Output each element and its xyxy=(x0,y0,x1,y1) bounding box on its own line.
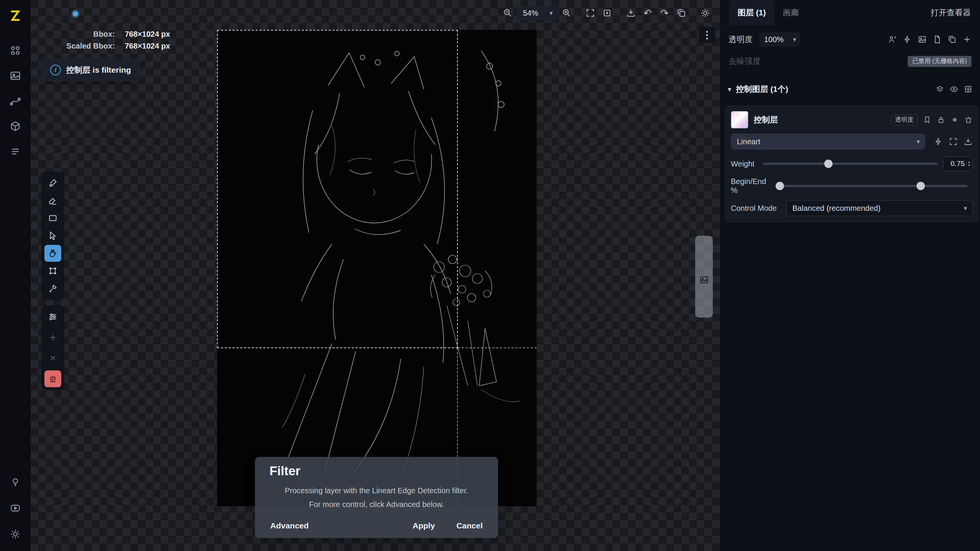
cancel-icon[interactable]: × xyxy=(44,350,61,367)
opacity-row: 透明度 100% ▾ xyxy=(720,28,980,51)
filter-dialog: Filter Processing layer with the Lineart… xyxy=(255,457,498,538)
filter-settings-icon[interactable] xyxy=(44,308,61,325)
tab-gallery[interactable]: 画廊 xyxy=(774,0,807,25)
begin-end-slider[interactable] xyxy=(777,185,967,187)
refilter-bolt-icon[interactable] xyxy=(934,137,943,146)
begin-knob[interactable] xyxy=(776,182,784,190)
control-layer-card[interactable]: 控制层 透明度 xyxy=(725,106,978,222)
control-model-select[interactable]: Lineart ▾ xyxy=(731,134,925,150)
nav-workflows-icon[interactable] xyxy=(6,92,24,110)
layer-name: 控制层 xyxy=(754,114,778,125)
begin-end-label: Begin/End % xyxy=(731,177,772,195)
canvas-area[interactable]: Bbox: 768×1024 px Scaled Bbox: 768×1024 … xyxy=(31,0,720,551)
nav-generation-icon[interactable] xyxy=(6,41,24,60)
delete-layer-trash-icon[interactable] xyxy=(44,370,61,387)
add-raster-image-icon[interactable] xyxy=(918,35,927,44)
rect-tool-icon[interactable] xyxy=(44,210,61,227)
save-copy-icon[interactable] xyxy=(674,5,689,21)
right-panel-tabs: 图层 (1) 画廊 打开查看器 xyxy=(720,0,980,25)
left-sidebar xyxy=(0,0,31,551)
control-mode-label: Control Mode xyxy=(731,204,780,213)
zoom-level-select[interactable]: 54% ▾ xyxy=(517,6,557,20)
filter-dialog-line1: Processing layer with the Lineart Edge D… xyxy=(270,484,483,497)
filter-dialog-title: Filter xyxy=(270,464,483,478)
fit-view-icon[interactable] xyxy=(583,5,598,21)
cancel-button[interactable]: Cancel xyxy=(456,519,483,533)
opacity-select[interactable]: 100% ▾ xyxy=(759,32,800,47)
canvas-settings-gear-icon[interactable] xyxy=(697,5,713,21)
viewer-toggle-pill[interactable] xyxy=(695,236,713,318)
opacity-value: 100% xyxy=(764,35,784,44)
denoise-disabled-badge: 已禁用 (无栅格内容) xyxy=(908,56,972,67)
zoom-in-icon[interactable] xyxy=(559,5,574,21)
visibility-eye-icon[interactable] xyxy=(950,85,958,93)
transform-tool-icon[interactable] xyxy=(44,262,61,279)
zoom-out-icon[interactable] xyxy=(500,5,515,21)
opacity-label: 透明度 xyxy=(728,34,753,45)
layer-header-actions: 透明度 xyxy=(891,114,973,126)
merge-layers-stack-icon[interactable] xyxy=(936,85,944,93)
redo-icon[interactable]: ↷ xyxy=(657,5,672,21)
bookmark-icon[interactable] xyxy=(923,116,931,124)
apply-button[interactable]: Apply xyxy=(412,519,436,533)
stepper-down-icon[interactable]: ▼ xyxy=(967,164,971,167)
info-icon: i xyxy=(50,65,61,75)
tab-layers[interactable]: 图层 (1) xyxy=(729,0,774,25)
add-inpaint-file-icon[interactable] xyxy=(933,35,942,44)
add-regional-bolt-icon[interactable] xyxy=(903,35,912,44)
scaled-bbox-label: Scaled Bbox: xyxy=(38,40,115,52)
control-mode-value: Balanced (recommended) xyxy=(792,204,880,213)
tool-group-actions: + × xyxy=(41,305,64,390)
weight-input[interactable]: 0.75 ▲ ▼ xyxy=(943,156,973,171)
open-viewer-link[interactable]: 打开查看器 xyxy=(931,7,971,18)
add-icon[interactable]: + xyxy=(44,329,61,346)
layer-grid-icon[interactable] xyxy=(964,85,972,93)
undo-icon[interactable]: ↶ xyxy=(640,5,655,21)
save-icon[interactable] xyxy=(623,5,639,21)
layer-opacity-badge[interactable]: 透明度 xyxy=(891,114,918,126)
eraser-tool-icon[interactable] xyxy=(44,192,61,209)
fit-bbox-icon[interactable] xyxy=(949,137,958,146)
save-layer-icon[interactable] xyxy=(964,137,973,146)
canvas-toolbar: 54% ▾ xyxy=(500,5,713,21)
add-reference-icon[interactable] xyxy=(888,35,897,44)
status-circle-icon[interactable] xyxy=(951,116,959,124)
control-model-value: Lineart xyxy=(737,137,760,146)
nav-icon-group xyxy=(6,41,24,161)
bbox-value: 768×1024 px xyxy=(125,28,170,40)
eyedropper-tool-icon[interactable] xyxy=(44,280,61,297)
select-tool-icon[interactable] xyxy=(44,227,61,244)
hand-tool-icon[interactable] xyxy=(44,245,61,262)
invoke-logo-icon[interactable] xyxy=(7,7,24,24)
chevron-down-icon: ▾ xyxy=(916,139,920,145)
advanced-button[interactable]: Advanced xyxy=(270,519,309,533)
end-knob[interactable] xyxy=(916,182,925,190)
section-chevron-down-icon[interactable]: ▾ xyxy=(728,85,732,94)
connection-status-dot xyxy=(71,10,80,18)
layer-trash-icon[interactable] xyxy=(964,116,973,124)
control-mode-select[interactable]: Balanced (recommended) ▾ xyxy=(786,200,973,216)
settings-gear-icon[interactable] xyxy=(6,525,24,543)
weight-slider-knob[interactable] xyxy=(824,160,833,168)
duplicate-copy-icon[interactable] xyxy=(947,35,957,44)
chevron-down-icon: ▾ xyxy=(964,205,967,212)
filter-dialog-footer: Advanced Apply Cancel xyxy=(270,519,483,533)
lineart-layer-image[interactable] xyxy=(217,30,537,506)
control-layers-section-header[interactable]: ▾ 控制图层 (1个) xyxy=(720,78,980,100)
add-layer-plus-icon[interactable] xyxy=(962,35,972,44)
chevron-down-icon: ▾ xyxy=(793,36,796,43)
canvas-menu-dots-icon[interactable]: ⋮ xyxy=(699,27,715,43)
layer-thumbnail[interactable] xyxy=(731,111,748,129)
weight-stepper[interactable]: ▲ ▼ xyxy=(967,160,971,167)
toast-text: 控制层 is filtering xyxy=(66,65,131,75)
hints-lightbulb-icon[interactable] xyxy=(6,473,24,491)
video-tutorials-icon[interactable] xyxy=(6,499,24,517)
weight-slider[interactable] xyxy=(763,163,938,165)
nav-queue-icon[interactable] xyxy=(6,142,24,161)
layer-add-actions xyxy=(888,35,972,44)
reset-view-icon[interactable] xyxy=(599,5,615,21)
brush-tool-icon[interactable] xyxy=(44,174,61,191)
nav-canvas-icon[interactable] xyxy=(6,67,24,85)
lock-icon[interactable] xyxy=(937,116,945,124)
nav-models-icon[interactable] xyxy=(6,117,24,135)
